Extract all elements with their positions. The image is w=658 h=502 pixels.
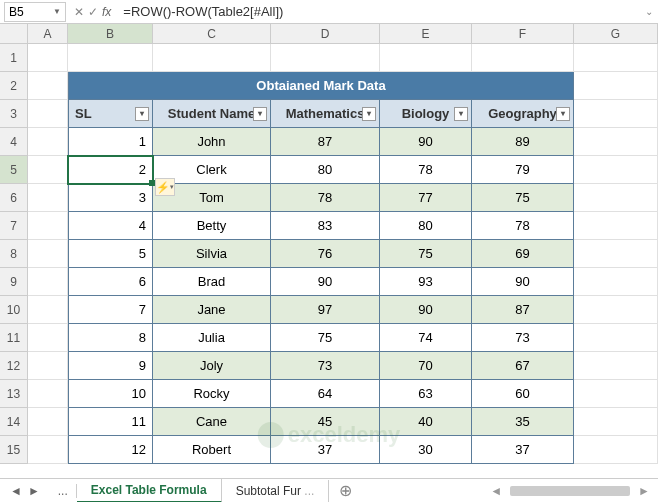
tab-active[interactable]: Excel Table Formula — [77, 479, 222, 503]
cell-geo[interactable]: 67 — [472, 352, 574, 380]
cell-name[interactable]: John — [153, 128, 271, 156]
cell-geo[interactable]: 73 — [472, 324, 574, 352]
cell[interactable] — [68, 44, 153, 72]
cell-name[interactable]: Brad — [153, 268, 271, 296]
filter-icon[interactable]: ▾ — [556, 107, 570, 121]
row-header[interactable]: 6 — [0, 184, 28, 212]
table-header-sl[interactable]: SL▾ — [68, 100, 153, 128]
cell[interactable] — [271, 44, 380, 72]
select-all-corner[interactable] — [0, 24, 28, 43]
cell-math[interactable]: 83 — [271, 212, 380, 240]
cell[interactable] — [574, 128, 658, 156]
table-title[interactable]: Obtaianed Mark Data — [68, 72, 574, 100]
col-header-g[interactable]: G — [574, 24, 658, 43]
tab-more[interactable]: ... — [50, 484, 77, 498]
cell[interactable] — [574, 212, 658, 240]
cell-name[interactable]: Joly — [153, 352, 271, 380]
cell-geo[interactable]: 78 — [472, 212, 574, 240]
cell-name[interactable]: Jane — [153, 296, 271, 324]
row-header[interactable]: 1 — [0, 44, 28, 72]
filter-icon[interactable]: ▾ — [135, 107, 149, 121]
col-header-d[interactable]: D — [271, 24, 380, 43]
fx-icon[interactable]: fx — [102, 5, 111, 19]
row-header[interactable]: 10 — [0, 296, 28, 324]
cell-sl[interactable]: 12 — [68, 436, 153, 464]
cell-bio[interactable]: 63 — [380, 380, 472, 408]
cell-bio[interactable]: 90 — [380, 296, 472, 324]
row-header[interactable]: 12 — [0, 352, 28, 380]
cell-math[interactable]: 76 — [271, 240, 380, 268]
cell[interactable] — [574, 156, 658, 184]
cell[interactable] — [574, 324, 658, 352]
cell[interactable] — [28, 184, 68, 212]
filter-icon[interactable]: ▾ — [362, 107, 376, 121]
cell-geo[interactable]: 87 — [472, 296, 574, 324]
cell-geo[interactable]: 69 — [472, 240, 574, 268]
cell[interactable] — [28, 212, 68, 240]
row-header[interactable]: 5 — [0, 156, 28, 184]
scroll-thumb[interactable] — [510, 486, 630, 496]
cell-sl[interactable]: 7 — [68, 296, 153, 324]
table-header-math[interactable]: Mathematics▾ — [271, 100, 380, 128]
table-header-name[interactable]: Student Name▾ — [153, 100, 271, 128]
table-header-geo[interactable]: Geography▾ — [472, 100, 574, 128]
cell[interactable] — [28, 156, 68, 184]
col-header-e[interactable]: E — [380, 24, 472, 43]
cell-bio[interactable]: 30 — [380, 436, 472, 464]
cell[interactable] — [28, 128, 68, 156]
row-header[interactable]: 7 — [0, 212, 28, 240]
cell-name[interactable]: Silvia — [153, 240, 271, 268]
cell[interactable] — [28, 380, 68, 408]
cell-geo[interactable]: 90 — [472, 268, 574, 296]
cell-sl[interactable]: 9 — [68, 352, 153, 380]
cell[interactable] — [574, 240, 658, 268]
cell-bio[interactable]: 74 — [380, 324, 472, 352]
cell-math[interactable]: 75 — [271, 324, 380, 352]
cell-bio[interactable]: 93 — [380, 268, 472, 296]
cell[interactable] — [28, 352, 68, 380]
cell[interactable] — [28, 44, 68, 72]
cell-name[interactable]: Julia — [153, 324, 271, 352]
cell-math[interactable]: 45 — [271, 408, 380, 436]
expand-formula-icon[interactable]: ⌄ — [640, 6, 658, 17]
cell-math[interactable]: 64 — [271, 380, 380, 408]
filter-icon[interactable]: ▾ — [253, 107, 267, 121]
col-header-c[interactable]: C — [153, 24, 271, 43]
cell-sl[interactable]: 5 — [68, 240, 153, 268]
cell-bio[interactable]: 75 — [380, 240, 472, 268]
cell-geo[interactable]: 37 — [472, 436, 574, 464]
cell[interactable] — [574, 380, 658, 408]
cell[interactable] — [28, 72, 68, 100]
cell[interactable] — [153, 44, 271, 72]
tab-next-icon[interactable]: ► — [28, 484, 40, 498]
cell-math[interactable]: 37 — [271, 436, 380, 464]
row-header[interactable]: 4 — [0, 128, 28, 156]
table-header-bio[interactable]: Biology▾ — [380, 100, 472, 128]
cell-sl[interactable]: 1 — [68, 128, 153, 156]
cell-sl[interactable]: 8 — [68, 324, 153, 352]
tab-next[interactable]: Subtotal Fur ... — [222, 480, 330, 502]
cell[interactable] — [28, 324, 68, 352]
cell-math[interactable]: 90 — [271, 268, 380, 296]
filter-icon[interactable]: ▾ — [454, 107, 468, 121]
row-header[interactable]: 14 — [0, 408, 28, 436]
row-header[interactable]: 2 — [0, 72, 28, 100]
cell[interactable] — [574, 100, 658, 128]
cell-geo[interactable]: 75 — [472, 184, 574, 212]
scroll-left-icon[interactable]: ◄ — [490, 484, 502, 498]
scroll-right-icon[interactable]: ► — [638, 484, 650, 498]
col-header-f[interactable]: F — [472, 24, 574, 43]
cell-bio[interactable]: 40 — [380, 408, 472, 436]
cell-sl[interactable]: 10 — [68, 380, 153, 408]
cell[interactable] — [28, 100, 68, 128]
cell-bio[interactable]: 78 — [380, 156, 472, 184]
row-header[interactable]: 8 — [0, 240, 28, 268]
cell-geo[interactable]: 35 — [472, 408, 574, 436]
cell-name[interactable]: Robert — [153, 436, 271, 464]
cell-sl[interactable]: 3 — [68, 184, 153, 212]
cell[interactable] — [28, 296, 68, 324]
cell-name[interactable]: Cane — [153, 408, 271, 436]
cell-name[interactable]: Betty — [153, 212, 271, 240]
cell[interactable] — [574, 72, 658, 100]
cell-math[interactable]: 97 — [271, 296, 380, 324]
